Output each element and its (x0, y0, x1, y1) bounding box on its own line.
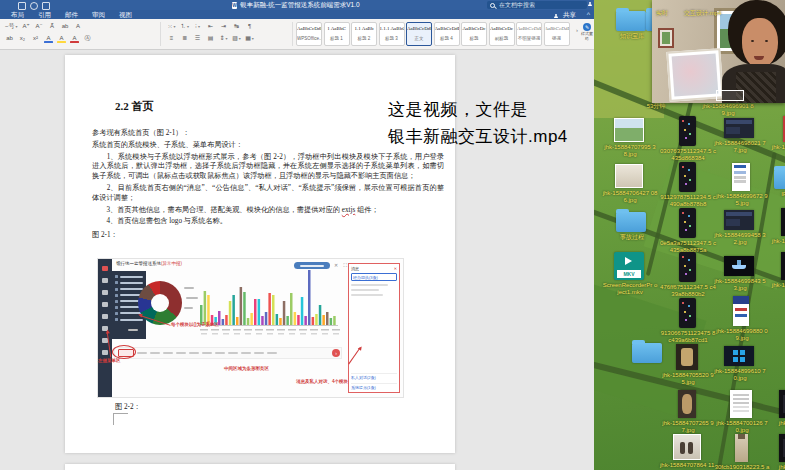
desktop-file[interactable]: jhk-15884705520 95.jpg (660, 344, 714, 386)
ribbon-tab-4[interactable]: 视图 (112, 10, 139, 19)
style-强调[interactable]: AaBbCcDdEe强调 (544, 22, 570, 46)
font-tool-icon-1[interactable]: A⁺ (21, 22, 32, 31)
bottle-thumbnail-icon (735, 434, 748, 462)
win-thumbnail-icon (724, 346, 754, 366)
style-标题 3[interactable]: 1.1.1 AaBbC标题 3 (379, 22, 405, 46)
file-label: 03076375112347.5 c435d868384 (660, 148, 716, 162)
file-label: jhk-15884 43.jpg (766, 238, 785, 245)
desktop-file[interactable]: jhk-15884698021 77.jpg (712, 118, 766, 154)
desktop-file[interactable]: ScreenRecorderPr oject1.mkv (602, 252, 656, 296)
search-input[interactable] (487, 1, 587, 9)
para-tool-icon-3[interactable]: ⇤ (205, 22, 216, 31)
style-副标题[interactable]: AaBbCcDc副标题 (489, 22, 515, 46)
mkv-thumbnail-icon (614, 252, 644, 280)
font-tool-icon-5[interactable]: A (73, 22, 84, 31)
desktop-file[interactable]: 0e5a3a75112347.5 c435a8b8875a (660, 208, 714, 254)
desktop-file[interactable]: jhk-15884696901 89.jpg (700, 101, 754, 117)
desktop-file[interactable]: jhk-15884 (764, 390, 785, 427)
styles-pane-button[interactable]: ✎ 样式窗格 (581, 23, 593, 41)
file-label: ScreenRecorderPr oject1.mkv (602, 282, 658, 296)
para-tool-icon-2[interactable]: ⁝ (192, 22, 203, 31)
style-标题 1[interactable]: 1 AaBbC标题 1 (324, 22, 350, 46)
font-tool2-icon-6[interactable]: Ⓐ (82, 34, 93, 43)
desktop-file[interactable]: jhk-15884700126 70.jpg (714, 390, 768, 434)
share-button[interactable]: 共享 (559, 10, 576, 19)
collapse-ribbon-icon[interactable]: ^ (587, 10, 590, 19)
style-WPSOffice...[interactable]: AaBbCcDdEeWPSOffice... (296, 22, 322, 46)
desktop-file[interactable]: jhk-15884699880 09.jpg (714, 296, 768, 342)
overlay-line-2: 银丰新融交互设计.mp4 (388, 123, 568, 150)
ribbon-tab-0[interactable]: 布局 (4, 10, 31, 19)
font-tool2-icon-4[interactable]: A (56, 34, 67, 43)
desktop-file[interactable]: jhk-15884699843 53.jpg (712, 256, 766, 292)
desktop-file[interactable]: 91129787511234.5 c490a8b878b8 (660, 162, 714, 208)
file-label: jhk-15884 (764, 464, 785, 470)
paragraph-tools-row1: ⁙⒈⁝⇤⇥↹¶ (166, 22, 255, 31)
desktop-file[interactable]: jhk-15884 48.jpg (766, 116, 785, 151)
ribbon-tab-1[interactable]: 引用 (31, 10, 58, 19)
para-tool2-icon-0[interactable]: ≡ (166, 34, 177, 43)
undo-icon[interactable] (42, 2, 50, 10)
print-icon[interactable] (30, 2, 38, 10)
desktop-file[interactable]: 30fcb190318223.5 a1485db78264 (714, 434, 768, 470)
font-tool-icon-2[interactable]: A⁻ (34, 22, 45, 31)
para-tool-icon-4[interactable]: ⇥ (218, 22, 229, 31)
artifact2-thumbnail-icon (678, 390, 696, 418)
figure-pie-chart (138, 281, 182, 325)
font-tool2-icon-1[interactable]: x₂ (17, 34, 28, 43)
para-tool-icon-5[interactable]: ↹ (231, 22, 242, 31)
gallery-more-icon[interactable]: › (576, 27, 578, 33)
file-label: jhk-15884705520 95.jpg (660, 372, 716, 386)
file-label: IP通用 (762, 191, 785, 198)
para-tool2-icon-1[interactable]: ≣ (179, 34, 190, 43)
paragraph: 2、目前系统首页右侧的“消息”、“公告信息”、“私人对话”、“系统提示”须保留，… (92, 184, 444, 204)
app-thumbnail-icon (724, 118, 754, 138)
artifact-thumbnail-icon (676, 344, 698, 370)
para-tool2-icon-2[interactable]: ☰ (192, 34, 203, 43)
file-label-over-video: 交互设计.mp4 (684, 10, 721, 17)
font-tool2-icon-0[interactable]: ab (4, 34, 15, 43)
file-label: jhk-15884706427 086.jpg (602, 190, 658, 204)
desktop-file[interactable]: jhk-15884 (764, 434, 785, 470)
desktop-folder[interactable]: IP通用 (762, 164, 785, 198)
account-icon[interactable] (588, 2, 592, 6)
font-tool-icon-3[interactable]: A̋ (47, 22, 58, 31)
desktop-file[interactable]: jhk-15884899610 70.jpg (712, 346, 766, 382)
desktop-file[interactable]: jhk-15884707995 38.jpg (602, 118, 656, 158)
style-正文[interactable]: AaBbCcDdEe正文 (406, 22, 432, 46)
desktop-file[interactable]: jhk-15884707265 97.jpg (660, 390, 714, 434)
ribbon-tab-3[interactable]: 审阅 (85, 10, 112, 19)
desktop-file[interactable]: jhk-15884 43.jpg (766, 208, 785, 245)
font-tool-icon-0[interactable]: −号 (4, 22, 19, 31)
desktop-file[interactable]: jhk-15884699458 32.jpg (712, 210, 766, 246)
para-tool-icon-1[interactable]: ⒈ (179, 22, 190, 31)
desktop-file[interactable]: jhk-15884699672 95.jpg (714, 163, 768, 207)
desktop-file[interactable]: jhk-15884706427 086.jpg (602, 164, 656, 204)
dark-thumbnail-icon (779, 434, 785, 462)
font-tool-icon-4[interactable]: ab (60, 22, 71, 31)
font-tool2-icon-2[interactable]: x² (30, 34, 41, 43)
desktop-file[interactable]: jhk-15884 43.jpg (766, 252, 785, 289)
para-tool2-icon-4[interactable]: ⇕ (218, 34, 229, 43)
font-tool2-icon-3[interactable]: A (43, 34, 54, 43)
style-标题 2[interactable]: 1.1 AaBb标题 2 (351, 22, 377, 46)
para-tool2-icon-5[interactable]: ▨ (231, 34, 242, 43)
desktop-file[interactable]: jhk-15884707864 11.mp4 (660, 434, 714, 470)
desktop-file[interactable]: 03076375112347.5 c435d868384 (660, 116, 714, 162)
para-tool2-icon-3[interactable]: ▤ (205, 34, 216, 43)
para-tool2-icon-6[interactable]: ▦ (244, 34, 255, 43)
paragraph-tools-row2: ≡≣☰▤⇕▨▦ (166, 34, 255, 43)
font-tool2-icon-5[interactable]: A (69, 34, 80, 43)
file-label: jhk-15884699880 09.jpg (714, 328, 770, 342)
desktop-file[interactable]: 476ff675112347.5 c439a8b880b2 (660, 252, 714, 298)
style-不明显强调[interactable]: AaBbCcDdEe不明显强调 (516, 22, 542, 46)
save-icon[interactable] (18, 2, 26, 10)
paragraph-extjs: 3、首页其他信息，需布局合理、搭配美观、模块化的信息，需提供对应的 extjs … (92, 206, 444, 216)
para-tool-icon-6[interactable]: ¶ (244, 22, 255, 31)
ribbon-tab-2[interactable]: 邮件 (58, 10, 85, 19)
para-tool-icon-0[interactable]: ⁙ (166, 22, 177, 31)
desktop-folder[interactable]: 事故过程 (604, 207, 658, 241)
style-标题 4[interactable]: AaBbCcDdE标题 4 (434, 22, 460, 46)
style-标题[interactable]: AaBbCcDc标题 (461, 22, 487, 46)
overlay-annotation: 这是视频，文件是 银丰新融交互设计.mp4 (388, 96, 568, 150)
